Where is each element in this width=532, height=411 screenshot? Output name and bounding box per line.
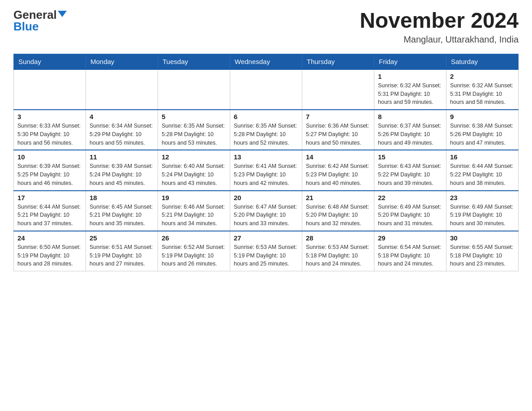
day-info: Sunrise: 6:33 AM Sunset: 5:30 PM Dayligh… (17, 122, 82, 147)
day-number: 14 (306, 153, 370, 161)
day-info: Sunrise: 6:40 AM Sunset: 5:24 PM Dayligh… (162, 162, 226, 187)
calendar-cell (86, 69, 158, 110)
calendar-cell: 28Sunrise: 6:53 AM Sunset: 5:18 PM Dayli… (302, 231, 374, 271)
calendar-cell: 1Sunrise: 6:32 AM Sunset: 5:31 PM Daylig… (374, 69, 446, 110)
day-header-saturday: Saturday (446, 54, 519, 69)
day-number: 17 (17, 194, 82, 201)
calendar-cell: 13Sunrise: 6:41 AM Sunset: 5:23 PM Dayli… (230, 150, 302, 190)
calendar-cell: 27Sunrise: 6:53 AM Sunset: 5:19 PM Dayli… (230, 231, 302, 271)
calendar-cell: 6Sunrise: 6:35 AM Sunset: 5:28 PM Daylig… (230, 110, 302, 150)
logo-general-text: General (13, 9, 57, 21)
location-title: Manglaur, Uttarakhand, India (360, 34, 519, 45)
calendar-cell: 23Sunrise: 6:49 AM Sunset: 5:19 PM Dayli… (446, 191, 519, 231)
day-number: 3 (17, 113, 82, 120)
calendar-cell: 8Sunrise: 6:37 AM Sunset: 5:26 PM Daylig… (374, 110, 446, 150)
day-info: Sunrise: 6:32 AM Sunset: 5:31 PM Dayligh… (450, 81, 515, 107)
day-number: 12 (162, 153, 226, 161)
calendar-cell: 17Sunrise: 6:44 AM Sunset: 5:21 PM Dayli… (14, 191, 86, 231)
day-number: 6 (234, 113, 298, 120)
calendar-cell: 10Sunrise: 6:39 AM Sunset: 5:25 PM Dayli… (14, 150, 86, 190)
calendar-cell: 9Sunrise: 6:38 AM Sunset: 5:26 PM Daylig… (446, 110, 519, 150)
day-number: 11 (90, 153, 154, 161)
day-number: 22 (378, 194, 442, 201)
calendar-cell: 4Sunrise: 6:34 AM Sunset: 5:29 PM Daylig… (86, 110, 158, 150)
day-header-wednesday: Wednesday (230, 54, 302, 69)
calendar-cell: 14Sunrise: 6:42 AM Sunset: 5:23 PM Dayli… (302, 150, 374, 190)
calendar-cell: 2Sunrise: 6:32 AM Sunset: 5:31 PM Daylig… (446, 69, 519, 110)
day-info: Sunrise: 6:44 AM Sunset: 5:22 PM Dayligh… (450, 162, 515, 187)
day-info: Sunrise: 6:37 AM Sunset: 5:26 PM Dayligh… (378, 122, 442, 147)
day-number: 26 (162, 234, 226, 242)
day-number: 25 (90, 234, 154, 242)
calendar-cell: 24Sunrise: 6:50 AM Sunset: 5:19 PM Dayli… (14, 231, 86, 271)
day-header-tuesday: Tuesday (158, 54, 230, 69)
calendar-cell: 19Sunrise: 6:46 AM Sunset: 5:21 PM Dayli… (158, 191, 230, 231)
calendar-week-row: 10Sunrise: 6:39 AM Sunset: 5:25 PM Dayli… (14, 150, 519, 190)
calendar-cell: 20Sunrise: 6:47 AM Sunset: 5:20 PM Dayli… (230, 191, 302, 231)
calendar-table: SundayMondayTuesdayWednesdayThursdayFrid… (13, 54, 519, 271)
day-number: 7 (306, 113, 370, 120)
calendar-cell: 29Sunrise: 6:54 AM Sunset: 5:18 PM Dayli… (374, 231, 446, 271)
day-info: Sunrise: 6:45 AM Sunset: 5:21 PM Dayligh… (90, 203, 154, 228)
calendar-cell: 30Sunrise: 6:55 AM Sunset: 5:18 PM Dayli… (446, 231, 519, 271)
calendar-cell (158, 69, 230, 110)
day-number: 30 (450, 234, 515, 242)
day-number: 4 (90, 113, 154, 120)
calendar-cell: 3Sunrise: 6:33 AM Sunset: 5:30 PM Daylig… (14, 110, 86, 150)
calendar-cell (302, 69, 374, 110)
day-info: Sunrise: 6:54 AM Sunset: 5:18 PM Dayligh… (378, 243, 442, 268)
calendar-cell: 26Sunrise: 6:52 AM Sunset: 5:19 PM Dayli… (158, 231, 230, 271)
calendar-week-row: 24Sunrise: 6:50 AM Sunset: 5:19 PM Dayli… (14, 231, 519, 271)
day-number: 19 (162, 194, 226, 201)
month-title: November 2024 (360, 9, 519, 33)
day-number: 8 (378, 113, 442, 120)
calendar-cell (230, 69, 302, 110)
day-number: 21 (306, 194, 370, 201)
day-info: Sunrise: 6:50 AM Sunset: 5:19 PM Dayligh… (17, 243, 82, 268)
day-info: Sunrise: 6:55 AM Sunset: 5:18 PM Dayligh… (450, 243, 515, 268)
calendar-cell: 12Sunrise: 6:40 AM Sunset: 5:24 PM Dayli… (158, 150, 230, 190)
day-info: Sunrise: 6:53 AM Sunset: 5:19 PM Dayligh… (234, 243, 298, 268)
day-number: 24 (17, 234, 82, 242)
day-number: 5 (162, 113, 226, 120)
day-number: 15 (378, 153, 442, 161)
day-number: 23 (450, 194, 515, 201)
day-number: 28 (306, 234, 370, 242)
calendar-header-row: SundayMondayTuesdayWednesdayThursdayFrid… (14, 54, 519, 69)
day-info: Sunrise: 6:42 AM Sunset: 5:23 PM Dayligh… (306, 162, 370, 187)
logo-triangle-icon (58, 11, 67, 17)
calendar-week-row: 17Sunrise: 6:44 AM Sunset: 5:21 PM Dayli… (14, 191, 519, 231)
calendar-cell: 21Sunrise: 6:48 AM Sunset: 5:20 PM Dayli… (302, 191, 374, 231)
day-info: Sunrise: 6:39 AM Sunset: 5:24 PM Dayligh… (90, 162, 154, 187)
day-info: Sunrise: 6:43 AM Sunset: 5:22 PM Dayligh… (378, 162, 442, 187)
title-area: November 2024 Manglaur, Uttarakhand, Ind… (360, 9, 519, 45)
day-number: 16 (450, 153, 515, 161)
day-info: Sunrise: 6:36 AM Sunset: 5:27 PM Dayligh… (306, 122, 370, 147)
day-number: 27 (234, 234, 298, 242)
calendar-cell: 16Sunrise: 6:44 AM Sunset: 5:22 PM Dayli… (446, 150, 519, 190)
day-header-thursday: Thursday (302, 54, 374, 69)
calendar-cell: 18Sunrise: 6:45 AM Sunset: 5:21 PM Dayli… (86, 191, 158, 231)
day-number: 1 (378, 73, 442, 80)
day-info: Sunrise: 6:34 AM Sunset: 5:29 PM Dayligh… (90, 122, 154, 147)
day-info: Sunrise: 6:41 AM Sunset: 5:23 PM Dayligh… (234, 162, 298, 187)
calendar-cell: 5Sunrise: 6:35 AM Sunset: 5:28 PM Daylig… (158, 110, 230, 150)
calendar-cell: 7Sunrise: 6:36 AM Sunset: 5:27 PM Daylig… (302, 110, 374, 150)
day-info: Sunrise: 6:52 AM Sunset: 5:19 PM Dayligh… (162, 243, 226, 268)
day-info: Sunrise: 6:49 AM Sunset: 5:20 PM Dayligh… (378, 203, 442, 228)
logo: General Blue (13, 9, 67, 32)
logo-blue-text: Blue (13, 21, 39, 32)
calendar-cell: 25Sunrise: 6:51 AM Sunset: 5:19 PM Dayli… (86, 231, 158, 271)
calendar-week-row: 3Sunrise: 6:33 AM Sunset: 5:30 PM Daylig… (14, 110, 519, 150)
day-info: Sunrise: 6:35 AM Sunset: 5:28 PM Dayligh… (162, 122, 226, 147)
day-info: Sunrise: 6:46 AM Sunset: 5:21 PM Dayligh… (162, 203, 226, 228)
day-header-sunday: Sunday (14, 54, 86, 69)
day-header-friday: Friday (374, 54, 446, 69)
calendar-cell: 11Sunrise: 6:39 AM Sunset: 5:24 PM Dayli… (86, 150, 158, 190)
day-info: Sunrise: 6:51 AM Sunset: 5:19 PM Dayligh… (90, 243, 154, 268)
day-info: Sunrise: 6:53 AM Sunset: 5:18 PM Dayligh… (306, 243, 370, 268)
day-info: Sunrise: 6:49 AM Sunset: 5:19 PM Dayligh… (450, 203, 515, 228)
day-number: 9 (450, 113, 515, 120)
day-number: 18 (90, 194, 154, 201)
day-number: 10 (17, 153, 82, 161)
